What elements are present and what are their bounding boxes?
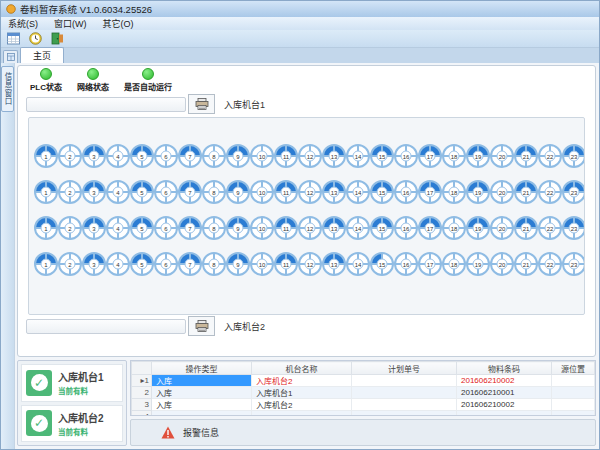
exit-icon[interactable] bbox=[50, 31, 65, 46]
table-cell[interactable] bbox=[352, 411, 457, 417]
table-cell[interactable]: 入库机台2 bbox=[252, 375, 352, 387]
reel-slot[interactable]: 21 bbox=[514, 216, 538, 240]
table-row[interactable]: 2入库入库机台1201606210001 bbox=[132, 387, 595, 399]
reel-slot[interactable]: 11 bbox=[274, 252, 298, 276]
reel-slot[interactable]: 16 bbox=[394, 180, 418, 204]
reel-slot[interactable]: 13 bbox=[322, 180, 346, 204]
reel-slot[interactable]: 23 bbox=[562, 216, 585, 240]
column-header[interactable]: 物料条码 bbox=[457, 362, 552, 375]
table-cell[interactable] bbox=[552, 411, 595, 417]
reel-slot[interactable]: 15 bbox=[370, 216, 394, 240]
table-cell[interactable]: 入库 bbox=[152, 387, 252, 399]
reel-slot[interactable]: 16 bbox=[394, 252, 418, 276]
reel-slot[interactable]: 2 bbox=[58, 216, 82, 240]
reel-slot[interactable]: 11 bbox=[274, 216, 298, 240]
menu-item[interactable]: 系统(S) bbox=[8, 17, 38, 30]
reel-slot[interactable]: 18 bbox=[442, 252, 466, 276]
reel-slot[interactable]: 12 bbox=[298, 180, 322, 204]
reel-slot[interactable]: 2 bbox=[58, 180, 82, 204]
reel-slot[interactable]: 10 bbox=[250, 144, 274, 168]
reel-slot[interactable]: 17 bbox=[418, 216, 442, 240]
reel-slot[interactable]: 21 bbox=[514, 252, 538, 276]
reel-slot[interactable]: 5 bbox=[130, 144, 154, 168]
table-cell[interactable] bbox=[457, 411, 552, 417]
reel-slot[interactable]: 15 bbox=[370, 144, 394, 168]
reel-slot[interactable]: 14 bbox=[346, 144, 370, 168]
reel-slot[interactable]: 11 bbox=[274, 180, 298, 204]
reel-slot[interactable]: 9 bbox=[226, 252, 250, 276]
reel-slot[interactable]: 1 bbox=[34, 252, 58, 276]
reel-slot[interactable]: 16 bbox=[394, 216, 418, 240]
reel-slot[interactable]: 10 bbox=[250, 180, 274, 204]
column-header[interactable]: 操作类型 bbox=[152, 362, 252, 375]
table-cell[interactable] bbox=[552, 387, 595, 399]
menu-item[interactable]: 窗口(W) bbox=[54, 17, 87, 30]
table-cell[interactable]: 入库机台1 bbox=[252, 387, 352, 399]
record-table[interactable]: 操作类型机台名称计划单号物料条码源位置 ▸1入库入库机台220160621000… bbox=[130, 360, 596, 416]
column-header[interactable]: 计划单号 bbox=[352, 362, 457, 375]
reel-slot[interactable]: 7 bbox=[178, 216, 202, 240]
reel-slot[interactable]: 13 bbox=[322, 216, 346, 240]
reel-slot[interactable]: 16 bbox=[394, 144, 418, 168]
reel-slot[interactable]: 15 bbox=[370, 252, 394, 276]
reel-slot[interactable]: 17 bbox=[418, 144, 442, 168]
reel-slot[interactable]: 19 bbox=[466, 180, 490, 204]
reel-slot[interactable]: 10 bbox=[250, 252, 274, 276]
table-cell[interactable] bbox=[252, 411, 352, 417]
reel-slot[interactable]: 7 bbox=[178, 252, 202, 276]
reel-slot[interactable]: 14 bbox=[346, 216, 370, 240]
table-cell[interactable]: 入库 bbox=[152, 399, 252, 411]
reel-slot[interactable]: 21 bbox=[514, 180, 538, 204]
menu-item[interactable]: 其它(O) bbox=[103, 17, 134, 30]
table-cell[interactable] bbox=[152, 411, 252, 417]
reel-slot[interactable]: 3 bbox=[82, 252, 106, 276]
table-cell[interactable]: 入库机台2 bbox=[252, 399, 352, 411]
reel-slot[interactable]: 4 bbox=[106, 144, 130, 168]
reel-slot[interactable]: 22 bbox=[538, 252, 562, 276]
column-header[interactable]: 机台名称 bbox=[252, 362, 352, 375]
reel-slot[interactable]: 22 bbox=[538, 144, 562, 168]
reel-slot[interactable]: 3 bbox=[82, 144, 106, 168]
table-cell[interactable]: 201606210001 bbox=[457, 387, 552, 399]
reel-slot[interactable]: 13 bbox=[322, 252, 346, 276]
reel-slot[interactable]: 6 bbox=[154, 144, 178, 168]
dock-tab-info[interactable]: 信息窗口 bbox=[1, 66, 14, 112]
reel-slot[interactable]: 1 bbox=[34, 216, 58, 240]
reel-slot[interactable]: 7 bbox=[178, 144, 202, 168]
reel-slot[interactable]: 11 bbox=[274, 144, 298, 168]
clock-icon[interactable] bbox=[28, 31, 43, 46]
reel-slot[interactable]: 9 bbox=[226, 216, 250, 240]
reel-slot[interactable]: 13 bbox=[322, 144, 346, 168]
table-cell[interactable] bbox=[552, 399, 595, 411]
reel-slot[interactable]: 4 bbox=[106, 216, 130, 240]
reel-slot[interactable]: 5 bbox=[130, 252, 154, 276]
table-cell[interactable] bbox=[552, 375, 595, 387]
print-button-machine1[interactable] bbox=[188, 94, 215, 114]
reel-slot[interactable]: 6 bbox=[154, 216, 178, 240]
table-row[interactable]: 4 bbox=[132, 411, 595, 417]
reel-slot[interactable]: 12 bbox=[298, 216, 322, 240]
table-cell[interactable]: 201606210002 bbox=[457, 399, 552, 411]
table-row[interactable]: ▸1入库入库机台2201606210002 bbox=[132, 375, 595, 387]
reel-slot[interactable]: 12 bbox=[298, 144, 322, 168]
reel-slot[interactable]: 18 bbox=[442, 180, 466, 204]
print-button-machine2[interactable] bbox=[188, 316, 215, 336]
calendar-icon[interactable] bbox=[6, 31, 21, 46]
reel-slot[interactable]: 15 bbox=[370, 180, 394, 204]
reel-slot[interactable]: 8 bbox=[202, 180, 226, 204]
reel-slot[interactable]: 23 bbox=[562, 252, 585, 276]
reel-slot[interactable]: 8 bbox=[202, 144, 226, 168]
reel-slot[interactable]: 9 bbox=[226, 180, 250, 204]
reel-slot[interactable]: 19 bbox=[466, 216, 490, 240]
reel-slot[interactable]: 22 bbox=[538, 216, 562, 240]
reel-slot[interactable]: 5 bbox=[130, 216, 154, 240]
reel-slot[interactable]: 20 bbox=[490, 144, 514, 168]
table-cell[interactable]: 入库 bbox=[152, 375, 252, 387]
reel-slot[interactable]: 20 bbox=[490, 252, 514, 276]
reel-slot[interactable]: 14 bbox=[346, 180, 370, 204]
table-cell[interactable] bbox=[352, 375, 457, 387]
table-row[interactable]: 3入库入库机台2201606210002 bbox=[132, 399, 595, 411]
reel-slot[interactable]: 3 bbox=[82, 180, 106, 204]
reel-slot[interactable]: 20 bbox=[490, 216, 514, 240]
reel-slot[interactable]: 18 bbox=[442, 216, 466, 240]
